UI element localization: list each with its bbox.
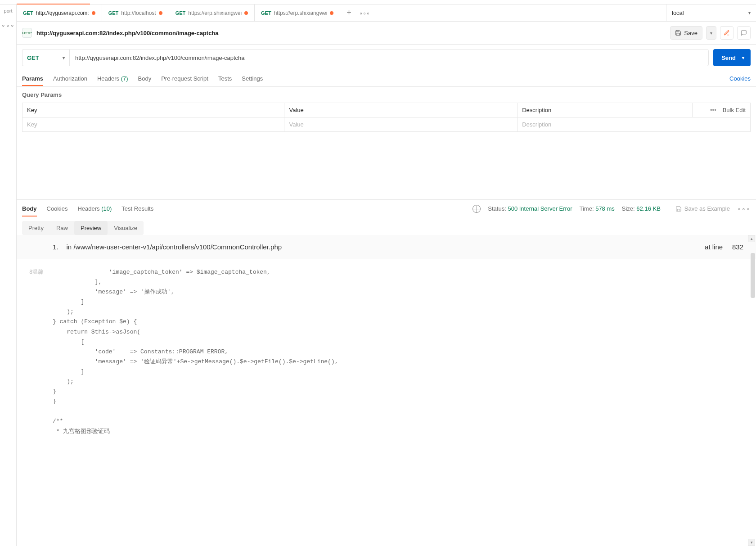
unsaved-dot-icon (92, 11, 95, 15)
bulk-edit-button[interactable]: Bulk Edit (723, 107, 746, 113)
tab-title: https://erp.shixiangwei (274, 10, 328, 16)
globe-icon[interactable] (472, 205, 481, 213)
chevron-down-icon: ▾ (63, 55, 65, 60)
chevron-down-icon: ▾ (710, 31, 712, 36)
tab-params[interactable]: Params (22, 75, 43, 82)
line-number: 832 (732, 243, 743, 251)
key-input[interactable]: Key (22, 117, 284, 132)
method-selector[interactable]: GET ▾ (22, 49, 69, 66)
viewmode-raw[interactable]: Raw (50, 221, 74, 235)
tab-method: GET (108, 10, 119, 16)
viewmode-preview[interactable]: Preview (74, 221, 108, 235)
environment-name: local (672, 9, 684, 16)
save-button[interactable]: Save (670, 26, 702, 40)
tab-method: GET (176, 10, 186, 16)
response-tab-body[interactable]: Body (22, 205, 37, 212)
error-file: /www/new-user-center-v1/api/controllers/… (73, 243, 282, 251)
table-row[interactable]: Key Value Description (22, 117, 751, 132)
size-value: 62.16 KB (636, 205, 661, 212)
value-input[interactable]: Value (284, 117, 518, 132)
viewmode-visualize[interactable]: Visualize (108, 221, 144, 235)
send-label: Send (721, 54, 736, 61)
response-tab-cookies[interactable]: Cookies (47, 205, 68, 212)
save-as-example-button[interactable]: Save as Example (668, 205, 730, 212)
error-prefix: in (67, 243, 72, 251)
tab-0[interactable]: GET http://qyguserapi.com: (17, 5, 102, 21)
tab-title: http://qyguserapi.com: (36, 10, 89, 16)
tab-settings[interactable]: Settings (242, 75, 263, 82)
response-headers-label: Headers (77, 205, 99, 212)
tab-headers-label: Headers (97, 75, 119, 82)
params-more-button[interactable]: ••• (710, 107, 716, 113)
col-value: Value (284, 103, 518, 117)
pencil-icon (724, 30, 730, 36)
status-label: Status: (488, 205, 506, 212)
environment-selector[interactable]: local ▾ (666, 5, 756, 21)
chevron-down-icon: ▾ (748, 10, 751, 15)
error-path: in /www/new-user-center-v1/api/controlle… (67, 243, 282, 251)
scrollbar-thumb[interactable] (751, 253, 755, 298)
save-icon (675, 206, 682, 212)
url-value: http://qyguserapi.com:82/index.php/v100/… (75, 54, 245, 61)
time-value: 578 ms (595, 205, 615, 212)
comment-icon (741, 30, 747, 36)
error-index: 1. (53, 243, 58, 251)
time-label: Time: (580, 205, 594, 212)
comments-button[interactable] (737, 26, 751, 40)
tab-title: http://localhost (121, 10, 156, 16)
line-gutter-label: 8温馨 (29, 268, 43, 276)
tab-tests[interactable]: Tests (218, 75, 232, 82)
request-title[interactable]: http://qyguserapi.com:82/index.php/v100/… (36, 30, 219, 36)
tab-2[interactable]: GET https://erp.shixiangwei (169, 5, 255, 21)
edit-button[interactable] (720, 26, 734, 40)
query-params-label: Query Params (17, 87, 756, 103)
unsaved-dot-icon (330, 11, 333, 15)
tab-body[interactable]: Body (138, 75, 152, 82)
tab-1[interactable]: GET http://localhost (102, 5, 169, 21)
size-block: Size: 62.16 KB (622, 205, 661, 212)
unsaved-dot-icon (159, 11, 162, 15)
tab-3[interactable]: GET https://erp.shixiangwei (255, 5, 340, 21)
tab-prerequest[interactable]: Pre-request Script (161, 75, 208, 82)
unsaved-dot-icon (244, 11, 248, 15)
tab-headers-count: (7) (121, 75, 128, 82)
tabs-bar: GET http://qyguserapi.com: GET http://lo… (17, 5, 756, 22)
viewmode-pretty[interactable]: Pretty (22, 221, 50, 235)
response-more-button[interactable]: ∘∘∘ (737, 205, 751, 212)
scroll-up-button[interactable]: ▴ (748, 235, 755, 242)
tab-headers[interactable]: Headers (7) (97, 75, 128, 82)
tabs-overflow-button[interactable]: ∘∘∘ (357, 5, 372, 21)
url-input[interactable]: http://qyguserapi.com:82/index.php/v100/… (69, 49, 709, 66)
cookies-link[interactable]: Cookies (729, 75, 751, 82)
error-code: 'image_captcha_token' => $image_captcha_… (17, 259, 756, 449)
col-description: Description (518, 103, 692, 117)
response-body[interactable]: ▴ 1. in /www/new-user-center-v1/api/cont… (17, 235, 756, 546)
http-badge-icon: HTTP (22, 28, 32, 38)
chevron-down-icon: ▾ (742, 55, 744, 60)
at-line-label: at line (705, 243, 723, 251)
status-value: 500 Internal Server Error (508, 205, 572, 212)
save-icon (675, 30, 681, 36)
size-label: Size: (622, 205, 635, 212)
query-params-table: Key Value Description ••• Bulk Edit Key … (22, 103, 751, 132)
save-dropdown-button[interactable]: ▾ (706, 26, 716, 40)
response-tab-headers[interactable]: Headers (10) (77, 205, 112, 212)
scroll-down-button[interactable]: ▾ (748, 539, 755, 546)
save-label: Save (684, 30, 698, 36)
add-tab-button[interactable]: + (340, 5, 357, 21)
response-tab-testresults[interactable]: Test Results (122, 205, 153, 212)
status-block: Status: 500 Internal Server Error (488, 205, 572, 212)
method-label: GET (27, 54, 39, 61)
tab-method: GET (261, 10, 271, 16)
left-sidebar-label: port (4, 8, 13, 14)
time-block: Time: 578 ms (580, 205, 615, 212)
error-at-line: at line 832 (705, 243, 743, 251)
left-sidebar-more-icon[interactable]: ∘∘∘ (1, 22, 15, 29)
col-key: Key (22, 103, 284, 117)
tab-authorization[interactable]: Authorization (53, 75, 87, 82)
save-example-label: Save as Example (684, 205, 730, 212)
description-input[interactable]: Description (518, 117, 751, 132)
send-button[interactable]: Send ▾ (713, 49, 751, 66)
tab-method: GET (23, 10, 33, 16)
tab-title: https://erp.shixiangwei (188, 10, 242, 16)
